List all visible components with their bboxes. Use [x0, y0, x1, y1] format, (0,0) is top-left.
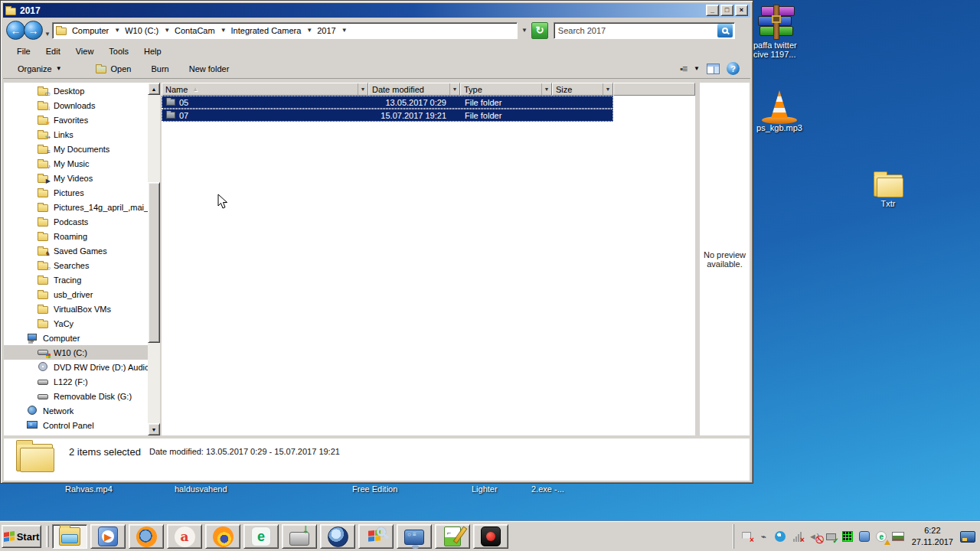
column-header-type[interactable]: Type▼ [460, 83, 552, 96]
search-button[interactable] [717, 24, 733, 37]
taskbar-button-windows-search[interactable] [358, 524, 394, 549]
sidebar-item-links[interactable]: ↪Links [4, 127, 148, 142]
sidebar-item-tracing[interactable]: Tracing [4, 272, 148, 287]
bluetooth-dot-icon[interactable] [774, 530, 787, 543]
menu-file[interactable]: File [9, 45, 38, 57]
taskbar-button-firefox-old[interactable] [129, 524, 164, 549]
sidebar-item-yacy[interactable]: YaCy [4, 316, 148, 331]
menu-edit[interactable]: Edit [38, 45, 68, 57]
taskbar-button-amigo-browser[interactable]: a [167, 524, 202, 549]
network-disconnected-icon[interactable]: × [791, 530, 804, 543]
desktop-icon-winrar-archive[interactable]: paffa twitter cive 1197... [753, 6, 815, 59]
taskbar-clock[interactable]: 6:22 27.11.2017 [909, 525, 956, 548]
taskbar-button-screen-recorder[interactable] [473, 524, 508, 549]
breadcrumb-item[interactable]: ContaCam▼ [175, 26, 227, 35]
desktop-icon-label[interactable]: haldusvahend [175, 484, 227, 494]
column-filter-chevron-icon[interactable]: ▼ [358, 83, 368, 95]
scrollbar-thumb[interactable] [148, 182, 160, 343]
taskbar-button-backup-drive[interactable] [282, 524, 317, 549]
taskbar-button-notepad-plus-plus[interactable] [435, 524, 470, 549]
breadcrumb-item[interactable]: 2017▼ [317, 26, 347, 35]
photo-viewer-icon[interactable] [892, 530, 905, 543]
sidebar-item-favorites[interactable]: ★Favorites [4, 112, 148, 127]
sidebar-item-w10-c[interactable]: W10 (C:) [4, 345, 148, 360]
recent-pages-chevron-icon[interactable]: ▼ [44, 31, 51, 37]
taskbar-button-explorer[interactable] [52, 524, 87, 549]
sidebar-item-searches[interactable]: ○Searches [4, 258, 148, 272]
column-header-date-modified[interactable]: Date modified▼ [368, 83, 460, 96]
taskbar-button-display-settings[interactable] [397, 524, 432, 549]
desktop-icon-label[interactable]: Rahvas.mp4 [65, 484, 113, 494]
file-row-05[interactable]: 05 13.05.2017 0:29 File folder [162, 96, 613, 109]
breadcrumb-item[interactable]: Computer▼ [72, 26, 120, 35]
desktop-icon-label[interactable]: Free Edition [352, 484, 397, 494]
open-button[interactable]: Open [89, 61, 139, 76]
sidebar-item-virtualbox-vms[interactable]: VirtualBox VMs [4, 302, 148, 316]
action-center-flag-icon[interactable]: × [740, 530, 753, 543]
sidebar-item-network[interactable]: Network [4, 403, 148, 418]
close-button[interactable]: × [735, 5, 748, 16]
menu-help[interactable]: Help [136, 45, 169, 57]
minimize-button[interactable]: _ [706, 5, 719, 16]
taskbar-button-firefox[interactable] [205, 524, 240, 549]
eset-alert-icon[interactable]: e [875, 530, 888, 543]
sidebar-item-dvd-rw-drive-d-audio-c[interactable]: DVD RW Drive (D:) Audio C [4, 360, 148, 374]
sidebar-item-pictures[interactable]: Pictures [4, 185, 148, 200]
sidebar-item-podcasts[interactable]: Podcasts [4, 214, 148, 229]
column-filter-chevron-icon[interactable]: ▼ [603, 83, 612, 95]
sidebar-item-removable-disk-g[interactable]: Removable Disk (G:) [4, 389, 148, 403]
sidebar-item-downloads[interactable]: ↓Downloads [4, 98, 148, 112]
power-plug-icon[interactable]: ⌁ [757, 530, 770, 543]
taskbar-button-windows-media-player[interactable] [90, 524, 126, 549]
sidebar-item-desktop[interactable]: ▭Desktop [4, 83, 148, 98]
search-box[interactable] [554, 22, 735, 39]
menu-view[interactable]: View [68, 45, 102, 57]
desktop-icon-label[interactable]: 2.exe -... [531, 484, 564, 494]
sidebar-item-pictures-14g-april-mai-20[interactable]: Pictures_14g_april_,mai_20 [4, 200, 148, 214]
column-filter-chevron-icon[interactable]: ▼ [449, 83, 459, 95]
sidebar-item-saved-games[interactable]: ♞Saved Games [4, 243, 148, 258]
column-header-name[interactable]: Name▲▼ [162, 83, 368, 96]
breadcrumb-item[interactable]: W10 (C:)▼ [125, 26, 170, 35]
tree-scrollbar[interactable]: ▲ ▼ [148, 83, 160, 435]
sidebar-item-l122-f[interactable]: L122 (F:) [4, 374, 148, 389]
maximize-button[interactable]: □ [720, 5, 733, 16]
views-chevron-down-icon[interactable]: ▼ [694, 65, 700, 72]
taskbar-button-eset[interactable]: e [243, 524, 279, 549]
sidebar-item-control-panel[interactable]: Control Panel [4, 418, 148, 432]
address-dropdown-icon[interactable]: ▼ [521, 27, 528, 34]
sidebar-item-my-documents[interactable]: ≡My Documents [4, 142, 148, 156]
title-bar[interactable]: 2017 _ □ × [3, 3, 750, 18]
change-view-button[interactable]: ▪≡ [680, 64, 687, 74]
sidebar-item-usb-driver[interactable]: usb_driver [4, 287, 148, 302]
show-desktop-icon[interactable] [960, 531, 975, 543]
organize-button[interactable]: Organize▼ [11, 62, 69, 76]
new-folder-button[interactable]: New folder [182, 62, 237, 76]
breadcrumb[interactable]: Computer▼W10 (C:)▼ContaCam▼Integrated Ca… [52, 22, 518, 39]
start-button[interactable]: Start [2, 525, 41, 548]
taskbar-button-seamonkey[interactable] [320, 524, 355, 549]
search-input[interactable] [554, 26, 717, 35]
column-filter-chevron-icon[interactable]: ▼ [541, 83, 551, 95]
windows-update-icon[interactable] [858, 530, 871, 543]
file-row-07[interactable]: 07 15.07.2017 19:21 File folder [162, 109, 613, 122]
refresh-button[interactable]: ↻ [531, 22, 548, 39]
sidebar-item-my-music[interactable]: ♪My Music [4, 156, 148, 171]
sidebar-item-roaming[interactable]: Roaming [4, 229, 148, 243]
preview-pane-button[interactable] [707, 64, 720, 74]
forward-button[interactable]: → [24, 21, 43, 40]
back-button[interactable]: ← [6, 21, 25, 40]
volume-muted-icon[interactable]: ◄)⃠ [808, 530, 821, 543]
column-header-size[interactable]: Size▼ [552, 83, 613, 96]
desktop-icon-txtr-folder[interactable]: Txtr [859, 174, 917, 208]
burn-button[interactable]: Burn [144, 62, 175, 76]
scroll-up-button[interactable]: ▲ [148, 83, 160, 95]
help-button[interactable]: ? [727, 62, 740, 75]
pixel-grid-icon[interactable] [841, 530, 854, 543]
sidebar-item-computer[interactable]: Computer [4, 331, 148, 345]
scroll-down-button[interactable]: ▼ [148, 423, 160, 435]
desktop-icon-ps-kgb-mp3[interactable]: ps_kgb.mp3 [749, 90, 810, 132]
menu-tools[interactable]: Tools [101, 45, 136, 57]
breadcrumb-item[interactable]: Integrated Camera▼ [231, 26, 313, 35]
sidebar-item-my-videos[interactable]: ▶My Videos [4, 171, 148, 185]
